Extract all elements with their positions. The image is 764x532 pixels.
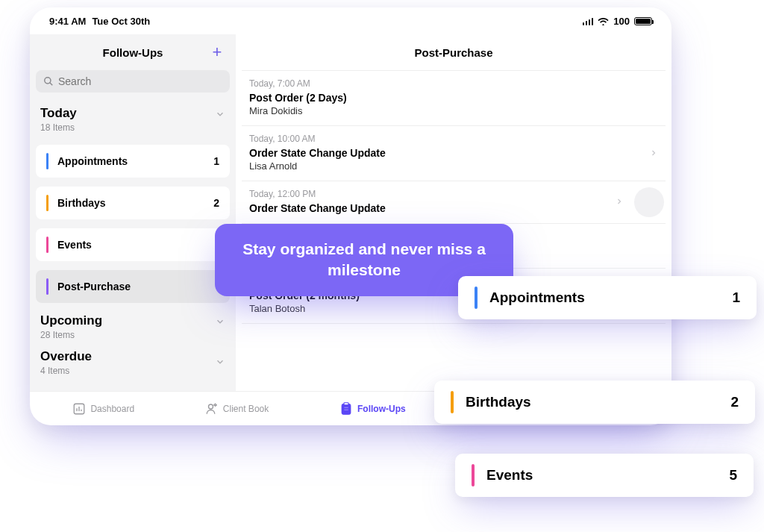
sidebar-title: Follow-Ups <box>103 46 163 59</box>
main-title: Post-Purchase <box>236 34 671 70</box>
follow-ups-icon <box>339 402 353 416</box>
float-card-label: Events <box>486 467 533 484</box>
row-time: Today, 10:00 AM <box>249 134 658 144</box>
float-card-count: 2 <box>730 394 739 410</box>
section-sub: 4 Items <box>40 366 225 376</box>
float-card-label: Appointments <box>489 290 585 306</box>
float-card-appointments[interactable]: Appointments 1 <box>458 276 757 319</box>
battery-icon <box>634 17 652 25</box>
list-item[interactable]: Today, 7:00 AM Post Order (2 Days) Mira … <box>242 70 666 126</box>
section-title: Upcoming <box>40 313 225 328</box>
float-card-count: 5 <box>729 467 737 484</box>
row-title: Order State Change Update <box>249 202 658 214</box>
chevron-right-icon <box>649 147 658 160</box>
row-title: Post Order (2 Days) <box>249 92 658 104</box>
category-count: 2 <box>213 197 219 209</box>
svg-point-6 <box>208 404 213 409</box>
search-icon <box>43 76 54 87</box>
svg-rect-14 <box>344 407 348 407</box>
search-input[interactable] <box>58 75 222 87</box>
chevron-down-icon <box>215 316 225 330</box>
row-title: Order State Change Update <box>249 147 658 159</box>
category-color-bar <box>46 153 48 169</box>
section-title: Today <box>40 106 225 121</box>
avatar-placeholder <box>634 187 664 217</box>
category-birthdays[interactable]: Birthdays 2 <box>36 187 230 219</box>
chevron-down-icon <box>215 357 225 370</box>
svg-point-0 <box>45 78 51 84</box>
svg-rect-15 <box>344 409 348 410</box>
chevron-right-icon <box>615 195 624 209</box>
client-book-icon <box>205 402 219 416</box>
battery-level: 100 <box>613 16 630 27</box>
tab-dashboard[interactable]: Dashboard <box>72 402 134 416</box>
signal-icon <box>583 17 594 25</box>
category-count: 1 <box>213 155 219 167</box>
svg-rect-13 <box>344 402 348 404</box>
row-sub: Lisa Arnold <box>249 160 658 172</box>
row-sub: Mira Dokidis <box>249 105 658 116</box>
tab-label: Client Book <box>223 404 269 414</box>
category-color-bar <box>451 391 454 413</box>
row-time: Today, 7:00 AM <box>249 78 658 89</box>
category-color-bar <box>472 464 475 486</box>
category-label: Post-Purchase <box>57 281 131 292</box>
category-events[interactable]: Events <box>36 228 230 261</box>
list-item[interactable]: Today, 10:00 AM Order State Change Updat… <box>242 126 666 181</box>
sidebar: Follow-Ups + Today 18 Items Appointments… <box>30 34 236 391</box>
tab-follow-ups[interactable]: Follow-Ups <box>339 402 406 416</box>
wifi-icon <box>598 17 609 25</box>
section-overdue[interactable]: Overdue 4 Items <box>30 348 236 384</box>
chevron-down-icon <box>215 109 225 122</box>
category-label: Events <box>57 239 92 251</box>
float-card-label: Birthdays <box>466 394 531 410</box>
row-time: Today, 12:00 PM <box>249 189 658 199</box>
tab-label: Dashboard <box>90 404 134 414</box>
section-title: Overdue <box>40 349 225 364</box>
status-time: 9:41 AM <box>49 16 86 27</box>
search-box[interactable] <box>36 70 230 93</box>
section-sub: 18 Items <box>40 122 225 133</box>
section-today[interactable]: Today 18 Items <box>30 100 236 140</box>
tab-label: Follow-Ups <box>357 404 406 414</box>
section-upcoming[interactable]: Upcoming 28 Items <box>30 307 236 348</box>
main-panel: Post-Purchase Today, 7:00 AM Post Order … <box>236 34 671 391</box>
status-bar: 9:41 AM Tue Oct 30th 100 <box>30 7 671 34</box>
category-color-bar <box>46 195 48 211</box>
tab-client-book[interactable]: Client Book <box>205 402 269 416</box>
add-button[interactable]: + <box>209 44 225 60</box>
category-post-purchase[interactable]: Post-Purchase <box>36 270 230 303</box>
dashboard-icon <box>72 402 86 416</box>
svg-line-1 <box>50 83 53 86</box>
float-card-events[interactable]: Events 5 <box>455 454 754 497</box>
float-card-count: 1 <box>732 290 740 306</box>
category-color-bar <box>46 278 48 295</box>
tablet-frame: 9:41 AM Tue Oct 30th 100 Follow-Ups + <box>30 7 671 425</box>
section-sub: 28 Items <box>40 330 225 340</box>
status-date: Tue Oct 30th <box>92 16 150 27</box>
float-card-birthdays[interactable]: Birthdays 2 <box>434 381 755 424</box>
svg-point-7 <box>214 404 216 405</box>
category-label: Birthdays <box>57 197 106 209</box>
category-label: Appointments <box>57 155 128 167</box>
category-appointments[interactable]: Appointments 1 <box>36 145 230 178</box>
category-color-bar <box>475 287 478 309</box>
category-color-bar <box>46 237 48 253</box>
list-item[interactable]: Today, 12:00 PM Order State Change Updat… <box>242 181 666 224</box>
